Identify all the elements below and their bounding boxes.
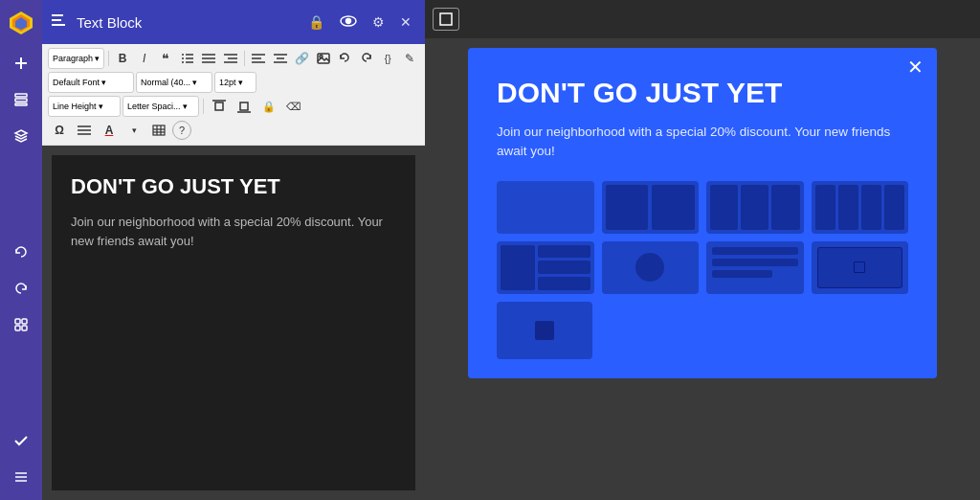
- popup-title: DON'T GO JUST YET: [497, 77, 908, 109]
- align-bottom-button[interactable]: [233, 96, 256, 117]
- sidebar-menu-icon[interactable]: [6, 462, 36, 492]
- bold-button[interactable]: B: [113, 48, 133, 69]
- code-button[interactable]: {}: [378, 48, 398, 69]
- align-top-button[interactable]: [208, 96, 231, 117]
- svg-rect-11: [15, 326, 20, 330]
- popup-card: ✕ DON'T GO JUST YET Join our neighborhoo…: [468, 48, 937, 378]
- editor-eye-btn[interactable]: [336, 12, 361, 32]
- svg-point-26: [182, 61, 184, 63]
- svg-rect-12: [22, 326, 27, 330]
- align-center-button[interactable]: [270, 48, 290, 69]
- line-height-dropdown[interactable]: Line Height ▾: [48, 96, 121, 117]
- toolbar-row-1: Paragraph ▾ B I ❝ 🔗: [48, 48, 419, 69]
- popup-element-8: [812, 241, 909, 294]
- italic-button[interactable]: I: [134, 48, 154, 69]
- editor-header-lines-icon: [52, 13, 69, 31]
- svg-rect-9: [15, 319, 20, 324]
- popup-element-5: [497, 241, 594, 294]
- svg-rect-7: [15, 103, 27, 105]
- help-button[interactable]: ?: [172, 121, 191, 140]
- canvas-content[interactable]: DON'T GO JUST YET Join our neighborhood …: [52, 155, 415, 490]
- link-button[interactable]: 🔗: [292, 48, 312, 69]
- sidebar-undo-icon[interactable]: [6, 237, 36, 267]
- text-color-arrow[interactable]: ▾: [122, 120, 145, 141]
- undo-button[interactable]: [335, 48, 355, 69]
- quote-button[interactable]: ❝: [156, 48, 176, 69]
- preview-toolbar: [425, 0, 980, 38]
- image-button[interactable]: [313, 48, 333, 69]
- svg-point-20: [346, 19, 351, 24]
- text-color-button[interactable]: A: [98, 120, 121, 141]
- svg-rect-53: [440, 13, 452, 25]
- letter-spacing-dropdown[interactable]: Letter Spaci... ▾: [122, 96, 199, 117]
- editor-panel: Text Block 🔒 ⚙ ✕ Paragraph ▾ B I ❝: [42, 0, 425, 500]
- editor-close-btn[interactable]: ✕: [396, 12, 415, 32]
- editor-lock-btn[interactable]: 🔒: [304, 12, 328, 32]
- align-right-button[interactable]: [220, 48, 240, 69]
- sidebar-logo[interactable]: [6, 8, 36, 38]
- popup-element-1: [497, 181, 594, 234]
- redo-button[interactable]: [356, 48, 376, 69]
- sidebar-redo-icon[interactable]: [6, 273, 36, 304]
- size-dropdown[interactable]: Normal (40... ▾: [136, 72, 212, 93]
- editor-toolbar: Paragraph ▾ B I ❝ 🔗: [42, 44, 425, 146]
- svg-rect-48: [153, 125, 165, 135]
- svg-point-24: [182, 54, 184, 56]
- popup-close-btn[interactable]: ✕: [907, 57, 924, 77]
- sidebar: [0, 0, 42, 500]
- preview-area: ✕ DON'T GO JUST YET Join our neighborhoo…: [425, 38, 980, 500]
- list-indent-button[interactable]: [199, 48, 219, 69]
- tb-sep-3: [203, 99, 204, 114]
- svg-rect-44: [240, 102, 248, 110]
- svg-rect-5: [15, 94, 27, 97]
- screen-mode-btn[interactable]: [433, 8, 459, 31]
- popup-element-3: [706, 181, 804, 234]
- toolbar-row-3: Line Height ▾ Letter Spaci... ▾ 🔒 ⌫: [48, 96, 419, 117]
- popup-bottom-element: [497, 302, 592, 359]
- tb-sep-2: [244, 51, 245, 66]
- preview-panel: ✕ DON'T GO JUST YET Join our neighborhoo…: [425, 0, 980, 500]
- popup-element-2: [602, 181, 700, 234]
- table-button[interactable]: [147, 120, 170, 141]
- svg-rect-42: [215, 102, 223, 110]
- popup-subtitle: Join our neighborhood with a special 20%…: [497, 123, 908, 162]
- pencil-button[interactable]: ✎: [399, 48, 419, 69]
- svg-point-25: [182, 57, 184, 59]
- sidebar-layers-icon[interactable]: [6, 121, 36, 151]
- list3-button[interactable]: [73, 120, 96, 141]
- toolbar-row-2: Default Font ▾ Normal (40... ▾ 12pt ▾: [48, 72, 419, 93]
- editor-header: Text Block 🔒 ⚙ ✕: [42, 0, 425, 44]
- svg-marker-8: [15, 130, 27, 136]
- lock-ratio-button[interactable]: 🔒: [257, 96, 280, 117]
- tb-sep-1: [108, 51, 109, 66]
- popup-bottom-row: [497, 294, 908, 359]
- popup-element-6: [602, 241, 700, 294]
- sidebar-pages-icon[interactable]: [6, 84, 36, 115]
- svg-rect-6: [15, 99, 27, 102]
- align-left-button[interactable]: [249, 48, 269, 69]
- sidebar-link-icon[interactable]: [6, 309, 36, 340]
- popup-element-4: [812, 181, 909, 234]
- sidebar-check-icon[interactable]: [6, 425, 36, 456]
- svg-rect-10: [22, 319, 27, 324]
- paragraph-dropdown[interactable]: Paragraph ▾: [48, 48, 104, 69]
- sidebar-add-icon[interactable]: [6, 48, 36, 79]
- list-button[interactable]: [177, 48, 197, 69]
- omega-button[interactable]: Ω: [48, 120, 71, 141]
- canvas-body: Join our neighborhood with a special 20%…: [71, 213, 396, 250]
- toolbar-row-4: Ω A ▾ ?: [48, 120, 419, 141]
- editor-settings-btn[interactable]: ⚙: [368, 12, 389, 32]
- font-dropdown[interactable]: Default Font ▾: [48, 72, 134, 93]
- canvas-heading: DON'T GO JUST YET: [71, 174, 396, 199]
- pt-dropdown[interactable]: 12pt ▾: [214, 72, 256, 93]
- popup-element-7: [706, 241, 804, 294]
- editor-title: Text Block: [77, 14, 297, 31]
- editor-canvas: DON'T GO JUST YET Join our neighborhood …: [42, 146, 425, 500]
- eraser-button[interactable]: ⌫: [282, 96, 305, 117]
- popup-element-grid: [497, 181, 908, 294]
